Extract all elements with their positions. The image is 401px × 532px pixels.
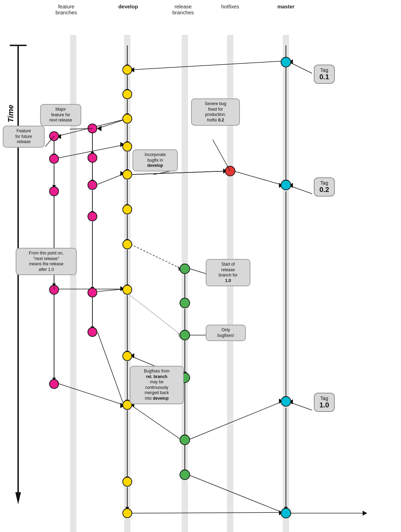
master-label: master <box>272 3 300 9</box>
tag-01: Tag 0.1 <box>314 65 335 84</box>
svg-line-102 <box>188 475 282 512</box>
svg-point-120 <box>123 205 132 214</box>
svg-point-111 <box>281 57 291 67</box>
svg-point-140 <box>180 298 190 308</box>
svg-point-141 <box>180 330 190 340</box>
svg-point-118 <box>123 142 132 151</box>
tag-01-label: Tag <box>320 67 328 73</box>
release-branches-label: releasebranches <box>164 3 202 15</box>
develop-label: develop <box>115 3 141 9</box>
svg-point-144 <box>180 470 190 480</box>
svg-point-129 <box>50 187 59 196</box>
tag-02-num: 0.2 <box>319 186 329 194</box>
svg-point-131 <box>50 379 59 389</box>
severe-bug-callout: Severe bugfixed forproduction:hotfix 0.2 <box>191 98 240 126</box>
hotfixes-label: hotfixes <box>214 3 246 9</box>
svg-marker-73 <box>97 126 101 131</box>
svg-line-83 <box>98 332 124 405</box>
svg-marker-6 <box>15 492 21 504</box>
svg-point-125 <box>123 477 132 486</box>
svg-line-104 <box>131 512 282 513</box>
incorporate-bugfix-callout: Incorporatebugfix indevelop <box>133 149 178 171</box>
svg-line-91 <box>131 405 181 440</box>
svg-line-81 <box>58 383 124 405</box>
svg-line-76 <box>98 174 124 184</box>
svg-point-123 <box>123 352 132 361</box>
svg-point-143 <box>180 435 190 445</box>
svg-line-97 <box>131 171 227 175</box>
svg-point-139 <box>180 264 190 274</box>
tag-01-num: 0.1 <box>319 73 329 81</box>
svg-point-116 <box>123 90 132 99</box>
tag-02: Tag 0.2 <box>314 177 335 197</box>
from-this-point-callout: From this point on,"next release"means t… <box>16 248 77 275</box>
feature-future-callout: Featurefor futurerelease <box>3 126 45 148</box>
svg-point-136 <box>88 288 97 297</box>
svg-point-121 <box>123 240 132 249</box>
svg-point-117 <box>123 114 132 123</box>
svg-point-137 <box>88 327 97 337</box>
svg-point-115 <box>123 65 132 74</box>
tag-10: Tag 1.0 <box>314 393 335 412</box>
svg-point-114 <box>281 508 291 518</box>
start-release-callout: Start ofreleasebranch for1.0 <box>206 259 250 286</box>
svg-line-95 <box>234 171 282 185</box>
svg-line-98 <box>188 401 282 440</box>
svg-line-78 <box>98 289 124 291</box>
bugfixes-from-callout: Bugfixes fromrel. branchmay becontinuous… <box>130 366 184 404</box>
tag-10-num: 1.0 <box>319 401 329 409</box>
svg-marker-101 <box>363 511 367 516</box>
svg-line-85 <box>131 244 181 269</box>
feature-branches-label: featurebranches <box>51 3 82 15</box>
tag-02-label: Tag <box>320 180 328 186</box>
major-feature-callout: Majorfeature fornext release <box>40 104 81 126</box>
svg-line-87 <box>127 293 181 335</box>
only-bugfixes-callout: Onlybugfixes! <box>206 325 246 341</box>
svg-line-68 <box>131 61 282 70</box>
svg-point-113 <box>281 397 291 406</box>
svg-line-148 <box>153 171 171 175</box>
tag-10-label: Tag <box>320 396 328 401</box>
svg-point-119 <box>123 170 132 179</box>
time-label: Time <box>6 105 15 123</box>
svg-point-122 <box>123 285 132 294</box>
svg-point-112 <box>281 180 291 190</box>
svg-point-126 <box>123 509 132 518</box>
svg-point-134 <box>88 180 97 190</box>
svg-point-133 <box>88 153 97 162</box>
svg-point-128 <box>50 154 59 163</box>
svg-point-135 <box>88 212 97 221</box>
